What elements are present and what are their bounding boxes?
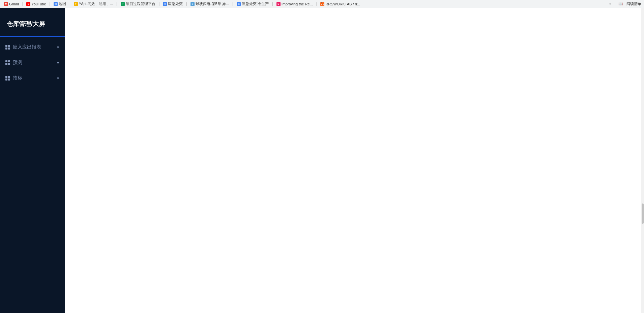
emergency2-icon: ⊕ <box>237 2 241 6</box>
sidebar-forecast-label: 预测 <box>13 60 54 66</box>
forecast-grid-icon <box>5 60 10 65</box>
sidebar-title: 仓库管理/大屏 <box>7 20 58 28</box>
tab-yapi-label: YApi-高效、易用、... <box>79 1 113 6</box>
gmail-icon: M <box>4 2 8 6</box>
reports-chevron-icon: ∨ <box>57 45 59 50</box>
tab-divider-6: | <box>186 2 187 6</box>
tab-improving-label: Improving the Re... <box>282 2 313 6</box>
scrollbar-thumb[interactable] <box>642 204 644 224</box>
tab-maps-label: 地图 <box>59 1 66 6</box>
youtube-icon: ▶ <box>26 2 30 6</box>
main-content <box>65 8 644 313</box>
tab-project[interactable]: P 项目过程管理平台 <box>119 1 157 6</box>
rrs-icon: 🦊 <box>320 2 324 6</box>
tab-emergency1-label: 应急处突 <box>168 1 183 6</box>
tab-emergency2-label: 应急处突-准生产 <box>242 1 269 6</box>
app-container: 仓库管理/大屏 应入应出报表 ∨ 预测 <box>0 8 644 313</box>
tab-ball-label: 球状闪电-第5章 异... <box>196 1 229 6</box>
project-icon: P <box>121 2 125 6</box>
tab-divider-2: | <box>50 2 51 6</box>
reports-grid-icon <box>5 45 10 50</box>
tab-divider-1: | <box>22 2 23 6</box>
tab-rrs-label: RRSWORKTAB / rr... <box>325 2 360 6</box>
tab-divider-7: | <box>232 2 233 6</box>
sidebar: 仓库管理/大屏 应入应出报表 ∨ 预测 <box>0 8 65 313</box>
tab-maps[interactable]: M 地图 <box>52 1 67 6</box>
tab-divider-9: | <box>316 2 317 6</box>
tab-project-label: 项目过程管理平台 <box>126 1 155 6</box>
tab-youtube[interactable]: ▶ YouTube <box>25 2 47 6</box>
improving-icon: D <box>276 2 281 6</box>
sidebar-header: 仓库管理/大屏 <box>0 8 65 37</box>
reader-list-label[interactable]: 阅读清单 <box>626 1 641 6</box>
sidebar-item-forecast[interactable]: 预测 ∨ <box>0 55 65 70</box>
metrics-chevron-icon: ∨ <box>57 76 59 81</box>
tab-gmail[interactable]: M Gmail <box>3 2 20 6</box>
ball-icon: ⊕ <box>191 2 195 6</box>
tab-emergency1[interactable]: ⊕ 应急处突 <box>162 1 184 6</box>
tab-divider-3: | <box>69 2 70 6</box>
tab-gmail-label: Gmail <box>9 2 19 6</box>
tab-divider-8: | <box>272 2 273 6</box>
reader-list-icon: 📖 <box>618 2 623 6</box>
tab-divider-5: | <box>159 2 160 6</box>
sidebar-item-metrics[interactable]: 指标 ∨ <box>0 70 65 86</box>
forecast-chevron-icon: ∨ <box>57 61 59 65</box>
sidebar-metrics-label: 指标 <box>13 75 54 81</box>
browser-tab-bar: M Gmail | ▶ YouTube | M 地图 | Y YApi-高效、易… <box>0 0 644 8</box>
sidebar-item-reports[interactable]: 应入应出报表 ∨ <box>0 39 65 55</box>
tab-emergency2[interactable]: ⊕ 应急处突-准生产 <box>235 1 270 6</box>
tab-youtube-label: YouTube <box>31 2 46 6</box>
tab-rrs[interactable]: 🦊 RRSWORKTAB / rr... <box>319 2 361 6</box>
metrics-grid-icon <box>5 76 10 81</box>
sidebar-reports-label: 应入应出报表 <box>13 44 54 50</box>
scrollbar[interactable] <box>641 8 644 313</box>
tab-improving[interactable]: D Improving the Re... <box>275 2 314 6</box>
sidebar-nav: 应入应出报表 ∨ 预测 ∨ 指标 <box>0 37 65 313</box>
tab-yapi[interactable]: Y YApi-高效、易用、... <box>72 1 114 6</box>
yapi-icon: Y <box>74 2 78 6</box>
tab-ball[interactable]: ⊕ 球状闪电-第5章 异... <box>189 1 230 6</box>
maps-icon: M <box>54 2 58 6</box>
toolbar-divider <box>615 2 615 6</box>
more-tabs-button[interactable]: » <box>609 2 611 6</box>
tab-divider-4: | <box>116 2 117 6</box>
emergency1-icon: ⊕ <box>163 2 167 6</box>
